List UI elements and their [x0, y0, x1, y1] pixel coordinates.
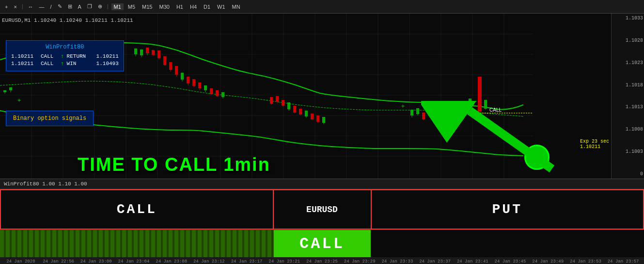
- signal-symbol-label: EURUSD: [274, 189, 371, 230]
- svg-line-112: [470, 111, 552, 169]
- wp-price-2: 1.10211: [11, 61, 38, 66]
- bottom-bar: WinProfit80 1.00 1.10 1.00: [0, 179, 644, 189]
- svg-rect-45: [181, 73, 184, 80]
- price-axis: 1.1033 1.1028 1.1023 1.1018 1.1013 1.100…: [611, 14, 644, 179]
- svg-rect-65: [282, 100, 284, 106]
- svg-rect-75: [311, 114, 314, 119]
- svg-rect-35: [152, 50, 155, 55]
- time-tick-11: 24 Jan 23:37: [416, 259, 454, 264]
- green-arrow-icon: [421, 101, 557, 179]
- toolbar-minus[interactable]: —: [37, 3, 46, 10]
- tf-d1[interactable]: D1: [201, 3, 213, 10]
- svg-rect-39: [163, 56, 166, 65]
- price-tick-2: 1.1028: [613, 38, 643, 43]
- svg-rect-33: [146, 48, 149, 53]
- toolbar-plus[interactable]: +: [3, 3, 10, 10]
- winprofit-box: WinProfit80 1.10211 CALL ↑ RETURN 1.1021…: [6, 40, 124, 71]
- toolbar-copy[interactable]: ❐: [85, 3, 94, 10]
- signal-put-label: PUT: [371, 189, 644, 230]
- svg-rect-59: [221, 92, 224, 97]
- svg-rect-55: [210, 88, 213, 94]
- svg-rect-31: [140, 50, 143, 55]
- call-button-right: [371, 230, 644, 257]
- toolbar-sep2: |: [106, 4, 110, 10]
- binary-signals: Binary option signals: [6, 111, 94, 126]
- signal-section: CALL EURUSD PUT: [0, 189, 644, 230]
- tf-m5[interactable]: M5: [126, 3, 138, 10]
- tf-m1[interactable]: M1: [111, 3, 124, 10]
- time-tick-16: 24 Jan 23:57: [604, 259, 642, 264]
- wp-value-1: 1.10211: [96, 53, 119, 59]
- svg-text:+: +: [17, 98, 21, 104]
- bottom-bar-text: WinProfit80 1.00 1.10 1.00: [4, 181, 87, 187]
- time-tick-8: 24 Jan 23:25: [303, 259, 341, 264]
- wp-call-1: CALL: [41, 53, 58, 59]
- price-tick-1: 1.1033: [613, 16, 643, 21]
- winprofit-row-1: 1.10211 CALL ↑ RETURN 1.10211: [11, 53, 119, 59]
- time-tick-0: 24 Jan 2020: [2, 259, 40, 264]
- time-to-call-text: TIME TO CALL 1min: [78, 154, 270, 175]
- svg-rect-37: [157, 50, 160, 58]
- exp-label: Exp 23 sec 1.10211: [580, 139, 609, 149]
- time-tick-1: 24 Jan 22:56: [40, 259, 78, 264]
- toolbar-line[interactable]: /: [48, 3, 53, 10]
- price-label: EURUSD,M1 1.10240 1.10240 1.10211 1.1021…: [2, 17, 133, 23]
- winprofit-row-2: 1.10211 CALL ↑ WIN 1.10493: [11, 61, 119, 66]
- time-tick-3: 24 Jan 23:04: [115, 259, 153, 264]
- call-stripe-left: [0, 230, 274, 257]
- tf-h1[interactable]: H1: [174, 3, 186, 10]
- tf-m15[interactable]: M15: [140, 3, 155, 10]
- svg-rect-51: [198, 82, 201, 88]
- time-tick-6: 24 Jan 23:17: [228, 259, 266, 264]
- toolbar-close[interactable]: ×: [12, 3, 18, 10]
- wp-arrow-1: ↑: [61, 53, 64, 59]
- svg-rect-61: [270, 97, 273, 104]
- tf-m30[interactable]: M30: [157, 3, 172, 10]
- svg-rect-41: [169, 62, 172, 70]
- svg-rect-29: [134, 49, 137, 54]
- time-tick-14: 24 Jan 23:49: [529, 259, 567, 264]
- call-button-row: CALL: [0, 230, 644, 257]
- toolbar-text[interactable]: A: [76, 3, 83, 10]
- svg-rect-71: [299, 109, 302, 115]
- svg-rect-73: [305, 111, 308, 116]
- toolbar-arrow[interactable]: ↔: [26, 3, 35, 10]
- tf-h4[interactable]: H4: [188, 3, 199, 10]
- svg-rect-27: [9, 87, 12, 90]
- time-tick-4: 24 Jan 23:08: [153, 259, 190, 264]
- time-tick-2: 24 Jan 23:00: [77, 259, 115, 264]
- svg-rect-69: [293, 106, 296, 113]
- tf-w1[interactable]: W1: [215, 3, 228, 10]
- wp-label-2: WIN: [67, 61, 94, 66]
- svg-rect-25: [3, 90, 6, 92]
- signal-call-label: CALL: [0, 189, 274, 230]
- price-tick-3: 1.1023: [613, 60, 643, 66]
- price-tick-5: 1.1013: [613, 104, 643, 110]
- time-tick-10: 24 Jan 23:33: [378, 259, 416, 264]
- wp-arrow-2: ↑: [61, 61, 64, 66]
- svg-text:+: +: [401, 103, 405, 110]
- toolbar-target[interactable]: ⊕: [96, 3, 104, 10]
- time-tick-5: 24 Jan 23:12: [190, 259, 228, 264]
- wp-value-2: 1.10493: [96, 61, 119, 66]
- svg-rect-67: [287, 102, 290, 109]
- call-button-left: [0, 230, 274, 257]
- svg-rect-84: [410, 110, 413, 116]
- tf-mn[interactable]: MN: [230, 3, 243, 10]
- svg-rect-47: [187, 77, 189, 83]
- svg-rect-43: [175, 66, 178, 75]
- wp-label-1: RETURN: [67, 53, 94, 59]
- chart-area: EURUSD,M1 1.10240 1.10240 1.10211 1.1021…: [0, 14, 644, 179]
- time-tick-7: 24 Jan 23:21: [266, 259, 303, 264]
- toolbar-pen[interactable]: ✎: [56, 3, 64, 10]
- svg-rect-79: [322, 117, 325, 123]
- svg-rect-63: [276, 96, 279, 102]
- svg-rect-86: [416, 108, 419, 114]
- wp-call-2: CALL: [41, 61, 58, 66]
- svg-rect-49: [192, 79, 195, 86]
- wp-price-1: 1.10211: [11, 53, 38, 59]
- time-tick-9: 24 Jan 23:29: [341, 259, 378, 264]
- call-button[interactable]: CALL: [274, 230, 371, 257]
- toolbar-grid[interactable]: ⊞: [66, 3, 74, 10]
- time-tick-15: 24 Jan 23:53: [567, 259, 605, 264]
